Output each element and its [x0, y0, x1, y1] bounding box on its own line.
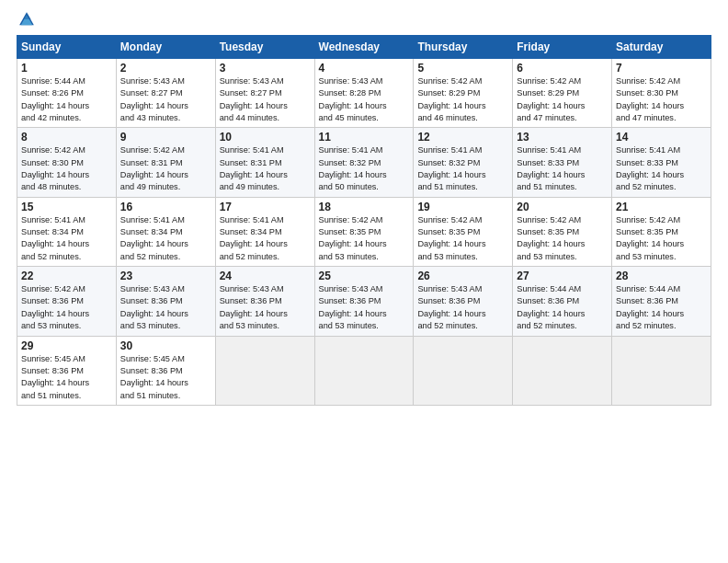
header [17, 9, 711, 29]
weekday-header: Friday [513, 36, 612, 59]
day-info: Sunrise: 5:42 AMSunset: 8:35 PMDaylight:… [319, 214, 410, 263]
calendar: SundayMondayTuesdayWednesdayThursdayFrid… [17, 35, 711, 406]
day-info: Sunrise: 5:41 AMSunset: 8:32 PMDaylight:… [417, 144, 508, 193]
calendar-cell: 21Sunrise: 5:42 AMSunset: 8:35 PMDayligh… [612, 197, 711, 266]
calendar-week-row: 29Sunrise: 5:45 AMSunset: 8:36 PMDayligh… [17, 336, 711, 405]
day-number: 20 [517, 201, 608, 213]
calendar-cell: 12Sunrise: 5:41 AMSunset: 8:32 PMDayligh… [414, 128, 513, 197]
day-info: Sunrise: 5:41 AMSunset: 8:32 PMDaylight:… [319, 144, 410, 193]
day-number: 21 [616, 201, 707, 213]
day-number: 25 [319, 270, 410, 282]
calendar-week-row: 8Sunrise: 5:42 AMSunset: 8:30 PMDaylight… [17, 128, 711, 197]
day-number: 24 [220, 270, 311, 282]
day-info: Sunrise: 5:45 AMSunset: 8:36 PMDaylight:… [21, 353, 112, 402]
day-number: 15 [21, 201, 112, 213]
logo [17, 9, 40, 29]
day-number: 12 [417, 131, 508, 144]
day-number: 9 [120, 131, 211, 144]
day-number: 10 [220, 131, 311, 144]
calendar-cell: 2Sunrise: 5:43 AMSunset: 8:27 PMDaylight… [116, 59, 215, 128]
calendar-cell: 19Sunrise: 5:42 AMSunset: 8:35 PMDayligh… [414, 197, 513, 266]
day-number: 8 [21, 131, 112, 144]
weekday-header: Thursday [414, 36, 513, 59]
calendar-cell: 9Sunrise: 5:42 AMSunset: 8:31 PMDaylight… [116, 128, 215, 197]
day-number: 19 [417, 201, 508, 213]
calendar-cell: 11Sunrise: 5:41 AMSunset: 8:32 PMDayligh… [314, 128, 414, 197]
day-info: Sunrise: 5:43 AMSunset: 8:27 PMDaylight:… [120, 75, 211, 124]
day-number: 27 [517, 270, 608, 282]
calendar-cell: 14Sunrise: 5:41 AMSunset: 8:33 PMDayligh… [612, 128, 711, 197]
day-number: 5 [417, 62, 508, 75]
day-number: 17 [220, 201, 311, 213]
weekday-header: Wednesday [314, 36, 414, 59]
day-number: 22 [21, 270, 112, 282]
calendar-week-row: 15Sunrise: 5:41 AMSunset: 8:34 PMDayligh… [17, 197, 711, 266]
calendar-cell: 10Sunrise: 5:41 AMSunset: 8:31 PMDayligh… [215, 128, 314, 197]
weekday-header: Sunday [17, 36, 117, 59]
calendar-cell: 23Sunrise: 5:43 AMSunset: 8:36 PMDayligh… [116, 267, 215, 336]
day-info: Sunrise: 5:42 AMSunset: 8:30 PMDaylight:… [21, 144, 112, 193]
calendar-cell: 22Sunrise: 5:42 AMSunset: 8:36 PMDayligh… [17, 267, 117, 336]
calendar-cell [612, 336, 711, 405]
calendar-cell: 15Sunrise: 5:41 AMSunset: 8:34 PMDayligh… [17, 197, 117, 266]
calendar-cell: 25Sunrise: 5:43 AMSunset: 8:36 PMDayligh… [314, 267, 414, 336]
day-number: 18 [319, 201, 410, 213]
day-info: Sunrise: 5:42 AMSunset: 8:36 PMDaylight:… [21, 283, 112, 332]
day-info: Sunrise: 5:41 AMSunset: 8:31 PMDaylight:… [220, 144, 311, 193]
day-info: Sunrise: 5:42 AMSunset: 8:30 PMDaylight:… [616, 75, 707, 124]
day-number: 29 [21, 339, 112, 352]
day-number: 3 [220, 62, 311, 75]
calendar-cell [414, 336, 513, 405]
day-info: Sunrise: 5:45 AMSunset: 8:36 PMDaylight:… [120, 353, 211, 402]
day-info: Sunrise: 5:44 AMSunset: 8:36 PMDaylight:… [616, 283, 707, 332]
calendar-cell [215, 336, 314, 405]
day-info: Sunrise: 5:41 AMSunset: 8:33 PMDaylight:… [616, 144, 707, 193]
calendar-cell: 6Sunrise: 5:42 AMSunset: 8:29 PMDaylight… [513, 59, 612, 128]
day-info: Sunrise: 5:41 AMSunset: 8:34 PMDaylight:… [120, 214, 211, 263]
calendar-cell: 18Sunrise: 5:42 AMSunset: 8:35 PMDayligh… [314, 197, 414, 266]
weekday-header: Monday [116, 36, 215, 59]
page: SundayMondayTuesdayWednesdayThursdayFrid… [0, 0, 728, 563]
day-info: Sunrise: 5:44 AMSunset: 8:36 PMDaylight:… [517, 283, 608, 332]
day-number: 28 [616, 270, 707, 282]
weekday-row: SundayMondayTuesdayWednesdayThursdayFrid… [17, 36, 711, 59]
day-number: 6 [517, 62, 608, 75]
day-number: 11 [319, 131, 410, 144]
day-number: 7 [616, 62, 707, 75]
day-number: 13 [517, 131, 608, 144]
day-info: Sunrise: 5:42 AMSunset: 8:35 PMDaylight:… [417, 214, 508, 263]
calendar-cell: 17Sunrise: 5:41 AMSunset: 8:34 PMDayligh… [215, 197, 314, 266]
calendar-cell: 5Sunrise: 5:42 AMSunset: 8:29 PMDaylight… [414, 59, 513, 128]
calendar-cell: 1Sunrise: 5:44 AMSunset: 8:26 PMDaylight… [17, 59, 117, 128]
calendar-cell [513, 336, 612, 405]
calendar-cell: 7Sunrise: 5:42 AMSunset: 8:30 PMDaylight… [612, 59, 711, 128]
day-info: Sunrise: 5:44 AMSunset: 8:26 PMDaylight:… [21, 75, 112, 124]
day-info: Sunrise: 5:42 AMSunset: 8:35 PMDaylight:… [616, 214, 707, 263]
calendar-cell: 13Sunrise: 5:41 AMSunset: 8:33 PMDayligh… [513, 128, 612, 197]
day-number: 2 [120, 62, 211, 75]
day-info: Sunrise: 5:41 AMSunset: 8:34 PMDaylight:… [220, 214, 311, 263]
day-info: Sunrise: 5:43 AMSunset: 8:36 PMDaylight:… [120, 283, 211, 332]
day-info: Sunrise: 5:43 AMSunset: 8:36 PMDaylight:… [417, 283, 508, 332]
day-number: 14 [616, 131, 707, 144]
logo-icon [17, 9, 37, 29]
calendar-cell: 20Sunrise: 5:42 AMSunset: 8:35 PMDayligh… [513, 197, 612, 266]
day-info: Sunrise: 5:41 AMSunset: 8:34 PMDaylight:… [21, 214, 112, 263]
day-info: Sunrise: 5:43 AMSunset: 8:36 PMDaylight:… [220, 283, 311, 332]
calendar-cell [314, 336, 414, 405]
calendar-body: 1Sunrise: 5:44 AMSunset: 8:26 PMDaylight… [17, 59, 711, 406]
day-info: Sunrise: 5:43 AMSunset: 8:28 PMDaylight:… [319, 75, 410, 124]
calendar-cell: 8Sunrise: 5:42 AMSunset: 8:30 PMDaylight… [17, 128, 117, 197]
day-info: Sunrise: 5:43 AMSunset: 8:27 PMDaylight:… [220, 75, 311, 124]
calendar-cell: 4Sunrise: 5:43 AMSunset: 8:28 PMDaylight… [314, 59, 414, 128]
day-number: 1 [21, 62, 112, 75]
calendar-cell: 26Sunrise: 5:43 AMSunset: 8:36 PMDayligh… [414, 267, 513, 336]
weekday-header: Saturday [612, 36, 711, 59]
day-number: 23 [120, 270, 211, 282]
calendar-cell: 28Sunrise: 5:44 AMSunset: 8:36 PMDayligh… [612, 267, 711, 336]
calendar-cell: 29Sunrise: 5:45 AMSunset: 8:36 PMDayligh… [17, 336, 117, 405]
day-number: 16 [120, 201, 211, 213]
day-number: 30 [120, 339, 211, 352]
calendar-week-row: 22Sunrise: 5:42 AMSunset: 8:36 PMDayligh… [17, 267, 711, 336]
day-info: Sunrise: 5:41 AMSunset: 8:33 PMDaylight:… [517, 144, 608, 193]
